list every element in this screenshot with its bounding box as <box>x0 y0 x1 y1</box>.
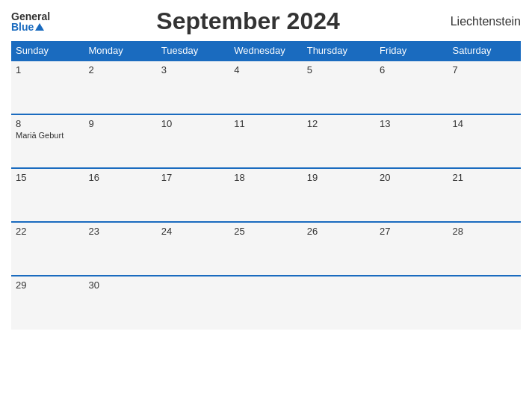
calendar-week-row: 2930 <box>11 276 521 330</box>
calendar-day-cell: 10 <box>157 114 229 168</box>
day-number: 14 <box>453 118 516 129</box>
logo: General Blue <box>11 11 50 32</box>
calendar-day-cell: 11 <box>229 114 302 168</box>
calendar-day-cell: 17 <box>157 168 229 222</box>
calendar-day-cell: 8Mariä Geburt <box>11 114 84 168</box>
calendar-day-cell: 3 <box>157 61 229 114</box>
day-number: 13 <box>380 118 443 129</box>
logo-blue-text: Blue <box>11 22 34 32</box>
day-number: 29 <box>16 279 79 291</box>
calendar-week-row: 8Mariä Geburt91011121314 <box>11 114 521 168</box>
calendar-day-cell <box>229 276 302 330</box>
event-label: Mariä Geburt <box>16 131 64 140</box>
calendar-day-cell: 27 <box>375 222 448 276</box>
day-number: 2 <box>88 64 152 75</box>
calendar-day-cell: 20 <box>375 168 448 222</box>
calendar-day-cell: 19 <box>303 168 375 222</box>
calendar-day-cell: 22 <box>11 222 84 276</box>
calendar-day-cell: 29 <box>11 276 84 330</box>
calendar-day-cell: 15 <box>11 168 84 222</box>
logo-general-text: General <box>11 11 50 22</box>
calendar-day-cell <box>157 276 229 330</box>
day-number: 12 <box>307 118 371 129</box>
calendar-week-row: 15161718192021 <box>11 168 521 222</box>
calendar-day-cell: 26 <box>303 222 375 276</box>
day-number: 25 <box>234 226 297 237</box>
calendar-day-cell: 16 <box>84 168 156 222</box>
header-thursday: Thursday <box>303 41 375 61</box>
calendar-day-cell: 25 <box>229 222 302 276</box>
day-number: 7 <box>453 64 516 75</box>
header-wednesday: Wednesday <box>229 41 302 61</box>
calendar-day-cell: 5 <box>303 61 375 114</box>
day-number: 1 <box>16 64 79 75</box>
calendar-day-cell <box>448 276 521 330</box>
header-friday: Friday <box>375 41 448 61</box>
day-number: 26 <box>307 226 371 237</box>
calendar-day-cell: 2 <box>84 61 156 114</box>
day-number: 22 <box>16 226 79 237</box>
calendar-header: General Blue September 2024 Liechtenstei… <box>11 7 521 35</box>
day-number: 27 <box>380 226 443 237</box>
calendar-day-cell <box>375 276 448 330</box>
day-number: 15 <box>16 172 79 183</box>
day-number: 30 <box>88 279 152 291</box>
day-number: 11 <box>234 118 297 129</box>
calendar-week-row: 22232425262728 <box>11 222 521 276</box>
day-number: 19 <box>307 172 371 183</box>
calendar-day-cell: 6 <box>375 61 448 114</box>
day-number: 5 <box>307 64 371 75</box>
calendar-day-cell: 14 <box>448 114 521 168</box>
calendar-container: General Blue September 2024 Liechtenstei… <box>0 0 532 411</box>
calendar-day-cell: 24 <box>157 222 229 276</box>
month-title: September 2024 <box>50 7 446 35</box>
day-number: 23 <box>88 226 152 237</box>
day-number: 4 <box>234 64 297 75</box>
calendar-day-cell <box>303 276 375 330</box>
day-number: 9 <box>88 118 152 129</box>
calendar-day-cell: 1 <box>11 61 84 114</box>
header-tuesday: Tuesday <box>157 41 229 61</box>
country-name: Liechtenstein <box>446 15 521 28</box>
calendar-day-cell: 9 <box>84 114 156 168</box>
logo-triangle-icon <box>35 23 44 31</box>
day-number: 21 <box>453 172 516 183</box>
day-number: 16 <box>88 172 152 183</box>
day-number: 24 <box>161 226 225 237</box>
day-number: 28 <box>453 226 516 237</box>
calendar-day-cell: 21 <box>448 168 521 222</box>
header-monday: Monday <box>84 41 156 61</box>
calendar-day-cell: 28 <box>448 222 521 276</box>
day-number: 6 <box>380 64 443 75</box>
day-number: 18 <box>234 172 297 183</box>
calendar-week-row: 1234567 <box>11 61 521 114</box>
day-number: 10 <box>161 118 225 129</box>
calendar-day-cell: 12 <box>303 114 375 168</box>
calendar-day-cell: 7 <box>448 61 521 114</box>
calendar-day-cell: 4 <box>229 61 302 114</box>
header-saturday: Saturday <box>448 41 521 61</box>
day-number: 8 <box>16 118 79 129</box>
calendar-day-cell: 30 <box>84 276 156 330</box>
day-number: 3 <box>161 64 225 75</box>
header-sunday: Sunday <box>11 41 84 61</box>
weekday-header-row: Sunday Monday Tuesday Wednesday Thursday… <box>11 41 521 61</box>
calendar-day-cell: 23 <box>84 222 156 276</box>
day-number: 17 <box>161 172 225 183</box>
day-number: 20 <box>380 172 443 183</box>
calendar-day-cell: 13 <box>375 114 448 168</box>
calendar-table: Sunday Monday Tuesday Wednesday Thursday… <box>11 41 521 330</box>
calendar-day-cell: 18 <box>229 168 302 222</box>
